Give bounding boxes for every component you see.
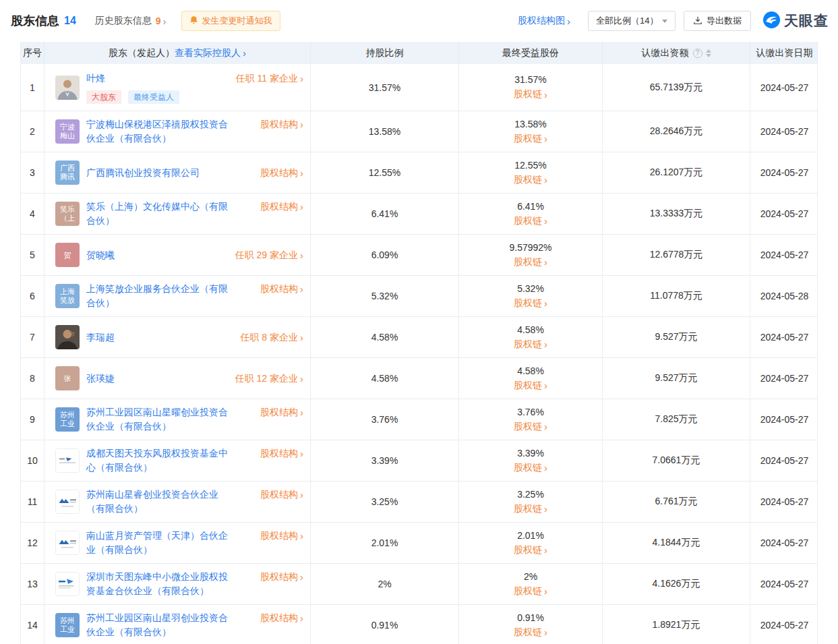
row-action-link[interactable]: 股权结构›: [256, 282, 303, 296]
table-row: 13 深圳市天图东峰中小微企业股权投资基金合伙企业（有限合伙） 股权结构› 2%…: [21, 564, 817, 605]
equity-structure-chart-link[interactable]: 股权结构图 ›: [518, 15, 570, 27]
shareholder-name-link[interactable]: 成都天图天投东风股权投资基金中心（有限合伙）: [86, 446, 233, 475]
beneficial-shares-cell: 3.76% 股权链›: [459, 399, 603, 440]
chevron-right-icon: ›: [163, 16, 167, 26]
equity-chain-link[interactable]: 股权链›: [514, 88, 547, 100]
shareholder-avatar[interactable]: 苏州工业: [55, 407, 80, 432]
table-row: 2 宁波梅山 宁波梅山保税港区泽禧股权投资合伙企业（有限合伙） 股权结构› 13…: [21, 111, 817, 152]
shareholder-name-link[interactable]: 苏州南山星睿创业投资合伙企业（有限合伙）: [86, 488, 233, 516]
shareholder-name-block: 上海笑放企业服务合伙企业（有限合伙） 股权结构›: [86, 282, 303, 310]
shareholder-name-link[interactable]: 南山蓝月资产管理（天津）合伙企业（有限合伙）: [86, 529, 233, 557]
beneficial-shares-cell: 4.58% 股权链›: [459, 358, 603, 399]
shareholder-name-link[interactable]: 广西腾讯创业投资有限公司: [86, 166, 200, 180]
shareholder-cell: 宁波梅山 宁波梅山保税港区泽禧股权投资合伙企业（有限合伙） 股权结构›: [44, 111, 311, 152]
row-action-link[interactable]: 股权结构›: [256, 529, 303, 543]
view-actual-controller-link[interactable]: 查看实际控股人 ›: [175, 47, 246, 59]
chevron-right-icon: ›: [544, 421, 547, 432]
subscribed-capital: 7.825万元: [603, 399, 750, 440]
equity-chain-link[interactable]: 股权链›: [514, 380, 547, 392]
shareholder-name-link[interactable]: 笑乐（上海）文化传媒中心（有限合伙）: [86, 200, 233, 228]
beneficial-ratio: 4.58%: [517, 324, 544, 335]
shareholder-name-link[interactable]: 张瑛婕: [86, 372, 115, 386]
shareholder-cell: 苏州南山星睿创业投资合伙企业（有限合伙） 股权结构›: [44, 481, 311, 522]
shareholding-ratio: 5.32%: [311, 276, 459, 316]
notify-change-button[interactable]: 发生变更时通知我: [181, 11, 280, 31]
shareholder-avatar[interactable]: [55, 448, 80, 473]
ratio-filter-dropdown[interactable]: 全部比例（14）: [588, 11, 676, 31]
row-index: 13: [21, 564, 44, 604]
row-action-link[interactable]: 股权结构›: [256, 405, 303, 419]
row-action-link[interactable]: 股权结构›: [256, 200, 303, 214]
shareholder-avatar[interactable]: [55, 572, 80, 596]
help-icon[interactable]: ?: [693, 49, 702, 58]
shareholder-name-link[interactable]: 李瑞超: [86, 330, 115, 345]
equity-chain-link[interactable]: 股权链›: [514, 174, 547, 186]
equity-chain-link[interactable]: 股权链›: [514, 585, 547, 597]
row-action-link[interactable]: 股权结构›: [256, 117, 303, 131]
equity-chain-link[interactable]: 股权链›: [514, 339, 547, 351]
shareholder-avatar[interactable]: 笑乐（上: [55, 202, 80, 226]
shareholder-avatar[interactable]: 宁波梅山: [55, 119, 80, 144]
shareholder-avatar[interactable]: [55, 490, 80, 514]
equity-chain-link[interactable]: 股权链›: [514, 215, 547, 227]
shareholder-avatar[interactable]: 上海笑放: [55, 284, 80, 308]
shareholder-cell: 张 张瑛婕 任职 12 家企业›: [44, 358, 311, 399]
row-action-link[interactable]: 股权结构›: [256, 570, 303, 584]
shareholding-ratio: 4.58%: [311, 317, 459, 357]
row-action-link[interactable]: 任职 11 家企业›: [232, 71, 303, 86]
shareholder-cell: 深圳市天图东峰中小微企业股权投资基金合伙企业（有限合伙） 股权结构›: [44, 564, 311, 604]
shareholder-avatar[interactable]: [55, 325, 80, 349]
notify-button-label: 发生变更时通知我: [202, 15, 272, 27]
shareholder-name-link[interactable]: 贺晓曦: [86, 248, 115, 262]
table-row: 5 贺 贺晓曦 任职 29 家企业› 6.09% 9.57992% 股权链› 1…: [21, 235, 817, 276]
history-shareholders-link[interactable]: 历史股东信息 9 ›: [95, 15, 167, 27]
chevron-right-icon: ›: [544, 463, 547, 473]
row-action-link[interactable]: 任职 12 家企业›: [231, 372, 303, 386]
equity-chain-link[interactable]: 股权链›: [514, 544, 547, 556]
col-header-date: 认缴出资日期: [750, 42, 818, 64]
equity-chain-link[interactable]: 股权链›: [514, 503, 547, 515]
row-action-link[interactable]: 股权结构›: [256, 446, 303, 461]
capital-header-label: 认缴出资额: [642, 47, 689, 59]
row-index: 14: [21, 605, 44, 644]
row-action-link[interactable]: 股权结构›: [256, 166, 303, 180]
shareholder-avatar[interactable]: 贺: [55, 243, 80, 267]
shareholder-name-link[interactable]: 上海笑放企业服务合伙企业（有限合伙）: [86, 282, 233, 310]
equity-chain-link[interactable]: 股权链›: [514, 297, 547, 310]
row-action-link[interactable]: 任职 29 家企业›: [231, 248, 303, 262]
shareholder-avatar[interactable]: [55, 531, 80, 555]
equity-chain-link[interactable]: 股权链›: [514, 256, 547, 268]
row-action-link[interactable]: 任职 8 家企业›: [236, 330, 303, 345]
shareholder-name-block: 贺晓曦 任职 29 家企业›: [86, 248, 303, 262]
shareholder-name-link[interactable]: 苏州工业园区南山星曜创业投资合伙企业（有限合伙）: [86, 405, 233, 434]
shareholder-avatar[interactable]: [55, 76, 80, 100]
beneficial-ratio: 6.41%: [517, 201, 544, 212]
shareholder-avatar[interactable]: 张: [55, 366, 80, 390]
table-row: 9 苏州工业 苏州工业园区南山星曜创业投资合伙企业（有限合伙） 股权结构› 3.…: [21, 399, 817, 440]
shareholder-avatar[interactable]: 苏州工业: [55, 613, 80, 637]
shareholder-name-link[interactable]: 苏州工业园区南山星羽创业投资合伙企业（有限合伙）: [86, 611, 233, 639]
beneficial-ratio: 3.25%: [517, 489, 544, 500]
shareholder-name-link[interactable]: 叶烽: [86, 71, 105, 86]
beneficial-shares-cell: 9.57992% 股权链›: [459, 235, 603, 275]
brand-logo[interactable]: 天眼查: [762, 11, 829, 32]
equity-chain-link[interactable]: 股权链›: [514, 133, 547, 145]
equity-chain-link[interactable]: 股权链›: [514, 626, 547, 639]
equity-chain-link[interactable]: 股权链›: [514, 462, 547, 474]
subscription-date: 2024-05-27: [750, 440, 818, 481]
sort-icon[interactable]: [706, 49, 711, 57]
shareholding-ratio: 31.57%: [311, 64, 459, 111]
beneficial-shares-cell: 6.41% 股权链›: [459, 194, 603, 234]
chevron-right-icon: ›: [544, 175, 547, 185]
shareholder-name-link[interactable]: 宁波梅山保税港区泽禧股权投资合伙企业（有限合伙）: [86, 117, 233, 146]
row-action-link[interactable]: 股权结构›: [256, 611, 303, 625]
shareholder-name-block: 苏州工业园区南山星曜创业投资合伙企业（有限合伙） 股权结构›: [86, 405, 303, 434]
row-action-link[interactable]: 股权结构›: [256, 488, 303, 502]
col-header-index: 序号: [21, 42, 44, 64]
chevron-right-icon: ›: [300, 202, 303, 212]
export-data-button[interactable]: 导出数据: [684, 11, 751, 31]
equity-chain-link[interactable]: 股权链›: [514, 421, 547, 433]
shareholder-name-link[interactable]: 深圳市天图东峰中小微企业股权投资基金合伙企业（有限合伙）: [86, 570, 233, 598]
shareholder-avatar[interactable]: 广西腾讯: [55, 160, 80, 185]
beneficial-ratio: 9.57992%: [509, 242, 551, 253]
